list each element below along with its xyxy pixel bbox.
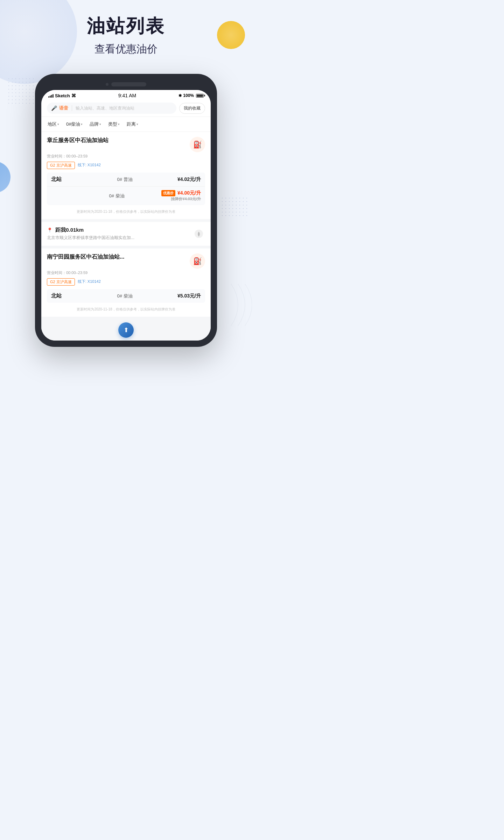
status-bar-right: ✱ 100%: [178, 93, 204, 98]
fuel-type-label-3: 0# 柴油: [72, 293, 177, 299]
discounted-price: ¥4.00元/升: [177, 190, 201, 196]
station-name: 章丘服务区中石油加油站: [47, 137, 187, 144]
navigate-icon[interactable]: [192, 227, 205, 240]
price-value-discount: 优惠价 ¥4.00元/升 挂牌价¥4.03元/升: [161, 190, 201, 202]
filter-region[interactable]: 地区 ▾: [45, 120, 62, 129]
phone-screen: Sketch ⌘ 9:41 AM ✱ 100% 🎤 语音: [41, 90, 211, 341]
chevron-down-icon: ▾: [99, 122, 101, 126]
microphone-icon: 🎤: [51, 105, 57, 111]
station-name-2: 南宁田园服务区中石油加油站...: [47, 253, 187, 261]
station-fuel-icon: ⛽: [190, 137, 205, 152]
pin-icon: 📍: [47, 227, 52, 233]
search-bar[interactable]: 🎤 语音 输入油站、高速、地区查询油站: [47, 103, 176, 114]
side-lines-right: [217, 284, 252, 326]
battery-percentage: 100%: [183, 93, 194, 98]
station-tags-2: G2 京沪高速 线下: X10142: [47, 278, 205, 286]
tag-line-2: 线下: X10142: [78, 278, 101, 286]
station-tags: G2 京沪高速 线下: X10142: [47, 162, 205, 169]
price-row-2: 北站 0# 柴油 ¥5.03元/升: [47, 289, 205, 303]
favorites-button[interactable]: 我的收藏: [179, 103, 205, 114]
battery-fill: [197, 94, 203, 97]
page-subtitle: 查看优惠油价: [0, 42, 252, 56]
price-value: ¥4.02元/升: [177, 176, 201, 183]
side-blob-left: [0, 161, 10, 193]
distance-card[interactable]: 📍 距我0.01km 北京市顺义区李桥镇李堡路中国石油顺实在加...: [41, 222, 211, 246]
search-area: 🎤 语音 输入油站、高速、地区查询油站 我的收藏: [41, 100, 211, 117]
fab-area: ⬆: [41, 320, 211, 341]
signal-icon: [48, 93, 54, 98]
original-price: 挂牌价¥4.03元/升: [161, 196, 201, 202]
distance-value: 📍 距我0.01km: [47, 227, 192, 233]
tag-highway: G2 京沪高速: [47, 162, 75, 169]
station-hours: 营业时间：00:00–23:59: [47, 154, 205, 159]
filter-distance[interactable]: 距离 ▾: [124, 120, 141, 129]
filter-fuel[interactable]: 0#柴油 ▾: [63, 120, 85, 129]
battery-icon: [196, 94, 204, 98]
fuel-type-label: 0# 普油: [72, 176, 177, 183]
fuel-type-label-2: 0# 柴油: [72, 193, 161, 199]
station-fuel-icon-2: ⛽: [190, 253, 205, 269]
fab-icon: ⬆: [124, 326, 129, 334]
price-table-2: 北站 0# 柴油 ¥5.03元/升: [47, 289, 205, 303]
price-value-2: ¥5.03元/升: [177, 293, 201, 299]
station-header: 章丘服务区中石油加油站 ⛽: [47, 137, 205, 152]
phone-notch: [41, 80, 211, 89]
update-time: 更新时间为2020-11-18，价格仅供参考，以实际站内挂牌价为准: [47, 208, 205, 214]
sub-station-label: 北站: [51, 176, 72, 183]
tag-highway-2: G2 京沪高速: [47, 278, 75, 286]
station-list: 章丘服务区中石油加油站 ⛽ 营业时间：00:00–23:59 G2 京沪高速 线…: [41, 132, 211, 341]
chevron-down-icon: ▾: [118, 122, 120, 126]
carrier-label: Sketch: [55, 93, 70, 98]
chevron-down-icon: ▾: [136, 122, 138, 126]
voice-label: 语音: [59, 105, 68, 111]
filter-brand-label: 品牌: [90, 121, 99, 127]
notch-pill: [111, 82, 146, 86]
station-hours-2: 营业时间：00:00–23:59: [47, 270, 205, 275]
tag-line: 线下: X10142: [78, 162, 101, 169]
discount-badge: 优惠价: [161, 190, 175, 196]
distance-info: 📍 距我0.01km 北京市顺义区李桥镇李堡路中国石油顺实在加...: [47, 227, 192, 241]
page-title: 油站列表: [0, 14, 252, 38]
phone-outer-frame: Sketch ⌘ 9:41 AM ✱ 100% 🎤 语音: [35, 74, 217, 347]
chevron-down-icon: ▾: [81, 122, 83, 126]
bluetooth-icon: ✱: [178, 93, 182, 98]
status-bar-left: Sketch ⌘: [48, 93, 76, 98]
filter-type-label: 类型: [108, 121, 117, 127]
station-card-2[interactable]: 南宁田园服务区中石油加油站... ⛽ 营业时间：00:00–23:59 G2 京…: [41, 248, 211, 317]
distance-address: 北京市顺义区李桥镇李堡路中国石油顺实在加...: [47, 235, 192, 241]
status-time: 9:41 AM: [118, 93, 136, 98]
wifi-icon: ⌘: [71, 93, 76, 98]
search-placeholder: 输入油站、高速、地区查询油站: [76, 105, 134, 111]
status-bar: Sketch ⌘ 9:41 AM ✱ 100%: [41, 90, 211, 100]
price-row-discount: 0# 柴油 优惠价 ¥4.00元/升 挂牌价¥4.03元/升: [47, 187, 205, 205]
filter-bar: 地区 ▾ 0#柴油 ▾ 品牌 ▾ 类型 ▾ 距离 ▾: [41, 117, 211, 132]
filter-fuel-label: 0#柴油: [66, 121, 80, 127]
chevron-down-icon: ▾: [57, 122, 59, 126]
sub-station-label-3: 北站: [51, 293, 72, 299]
page-header: 油站列表 查看优惠油价: [0, 0, 252, 63]
notch-camera: [106, 83, 108, 86]
distance-text: 距我0.01km: [55, 227, 84, 233]
update-time-2: 更新时间为2020-11-18，价格仅供参考，以实际站内挂牌价为准: [47, 306, 205, 312]
station-card[interactable]: 章丘服务区中石油加油站 ⛽ 营业时间：00:00–23:59 G2 京沪高速 线…: [41, 132, 211, 219]
search-divider: [72, 105, 72, 111]
phone-mockup-wrapper: Sketch ⌘ 9:41 AM ✱ 100% 🎤 语音: [0, 74, 252, 347]
filter-brand[interactable]: 品牌 ▾: [87, 120, 104, 129]
fab-button[interactable]: ⬆: [118, 322, 134, 338]
filter-distance-label: 距离: [127, 121, 136, 127]
filter-region-label: 地区: [48, 121, 57, 127]
filter-type[interactable]: 类型 ▾: [105, 120, 122, 129]
station-header-2: 南宁田园服务区中石油加油站... ⛽: [47, 253, 205, 269]
side-dots-right: [220, 196, 248, 217]
price-table: 北站 0# 普油 ¥4.02元/升 0# 柴油 优惠价: [47, 173, 205, 205]
price-row: 北站 0# 普油 ¥4.02元/升: [47, 173, 205, 187]
